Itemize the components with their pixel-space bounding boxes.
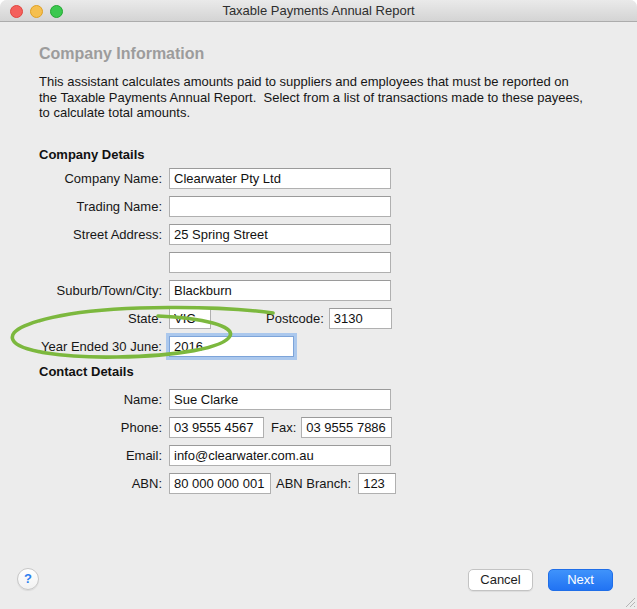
intro-text: This assistant calculates amounts paid t… <box>39 74 598 121</box>
abn-branch-input[interactable] <box>358 473 396 494</box>
abn-input[interactable] <box>169 473 271 494</box>
next-button[interactable]: Next <box>548 569 613 591</box>
street-address-input[interactable] <box>169 224 391 245</box>
abn-row: ABN: ABN Branch: <box>39 473 598 494</box>
phone-input[interactable] <box>169 417 264 438</box>
intro-line-3: to calculate total amounts. <box>39 105 598 121</box>
trading-name-input[interactable] <box>169 196 391 217</box>
state-label: State: <box>39 311 162 326</box>
main-content: Company Information This assistant calcu… <box>0 44 637 494</box>
email-label: Email: <box>39 448 162 463</box>
trading-name-row: Trading Name: <box>39 196 598 217</box>
resize-grip[interactable] <box>621 593 636 608</box>
dialog-window: Taxable Payments Annual Report Company I… <box>0 0 637 609</box>
suburb-row: Suburb/Town/City: <box>39 280 598 301</box>
suburb-input[interactable] <box>169 280 391 301</box>
traffic-lights <box>10 5 63 18</box>
abn-branch-label: ABN Branch: <box>276 476 351 491</box>
phone-label: Phone: <box>39 420 162 435</box>
help-button[interactable]: ? <box>17 568 39 590</box>
minimize-window-button[interactable] <box>30 5 43 18</box>
email-input[interactable] <box>169 445 391 466</box>
close-window-button[interactable] <box>10 5 23 18</box>
intro-line-2: the Taxable Payments Annual Report. Sele… <box>39 90 598 106</box>
email-row: Email: <box>39 445 598 466</box>
company-details-form: Company Name: Trading Name: Street Addre… <box>39 168 598 357</box>
state-input[interactable] <box>169 308 211 329</box>
title-bar: Taxable Payments Annual Report <box>0 0 637 22</box>
footer-buttons: Cancel Next <box>468 569 613 591</box>
contact-name-row: Name: <box>39 389 598 410</box>
fax-label: Fax: <box>271 420 296 435</box>
postcode-input[interactable] <box>329 308 392 329</box>
company-name-input[interactable] <box>169 168 391 189</box>
cancel-button[interactable]: Cancel <box>468 569 533 591</box>
year-ended-label: Year Ended 30 June: <box>39 339 162 354</box>
postcode-label: Postcode: <box>266 311 324 326</box>
contact-name-input[interactable] <box>169 389 391 410</box>
fax-input[interactable] <box>301 417 392 438</box>
year-ended-input[interactable] <box>169 336 294 357</box>
street-address-row: Street Address: <box>39 224 598 245</box>
year-ended-row: Year Ended 30 June: <box>39 336 598 357</box>
phone-fax-row: Phone: Fax: <box>39 417 598 438</box>
abn-label: ABN: <box>39 476 162 491</box>
company-name-label: Company Name: <box>39 171 162 186</box>
intro-line-1: This assistant calculates amounts paid t… <box>39 74 598 90</box>
contact-name-label: Name: <box>39 392 162 407</box>
contact-details-heading: Contact Details <box>39 364 598 380</box>
street-address2-input[interactable] <box>169 252 391 273</box>
state-postcode-row: State: Postcode: <box>39 308 598 329</box>
company-details-heading: Company Details <box>39 147 598 163</box>
zoom-window-button[interactable] <box>50 5 63 18</box>
trading-name-label: Trading Name: <box>39 199 162 214</box>
window-title: Taxable Payments Annual Report <box>0 0 637 22</box>
suburb-label: Suburb/Town/City: <box>39 283 162 298</box>
street-address2-row <box>39 252 598 273</box>
company-name-row: Company Name: <box>39 168 598 189</box>
page-title: Company Information <box>39 44 598 63</box>
contact-details-form: Name: Phone: Fax: Email: ABN: ABN Branch… <box>39 389 598 494</box>
street-address-label: Street Address: <box>39 227 162 242</box>
